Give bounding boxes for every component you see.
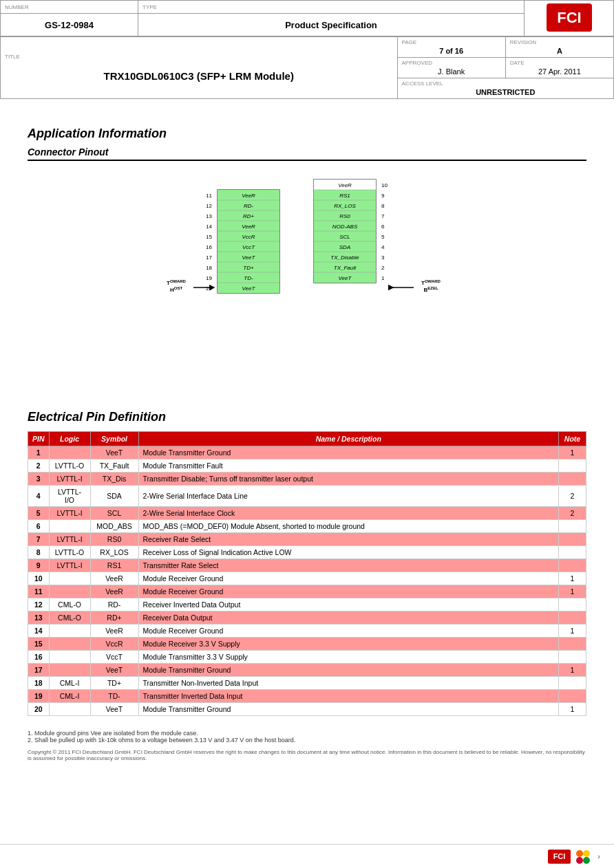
svg-text:17: 17	[206, 254, 212, 261]
th-note: Note	[559, 432, 586, 446]
svg-text:3: 3	[381, 254, 385, 261]
svg-text:TOWARD: TOWARD	[167, 279, 187, 286]
table-row: 11 VeeR Module Receiver Ground 1	[28, 585, 586, 598]
header-info-table: TITLE TRX10GDL0610C3 (SFP+ LRM Module) P…	[0, 36, 614, 99]
svg-text:20: 20	[206, 285, 212, 292]
connector-svg: TOWARD HOST TOWARD BEZEL	[135, 169, 479, 396]
doc-type: Product Specification	[285, 20, 377, 30]
access-value: UNRESTRICTED	[402, 88, 609, 96]
svg-text:4: 4	[381, 244, 385, 250]
revision-value: A	[510, 47, 609, 55]
svg-point-96	[583, 857, 590, 864]
svg-text:RS0: RS0	[339, 213, 350, 219]
revision-label: REVISION	[510, 39, 609, 45]
th-logic: Logic	[49, 432, 90, 446]
svg-text:NOD-ABS: NOD-ABS	[332, 224, 358, 230]
svg-text:VeeT: VeeT	[339, 275, 352, 281]
title-label: TITLE	[5, 54, 393, 60]
table-row: 20 VeeT Module Transmitter Ground 1	[28, 703, 586, 716]
type-label: TYPE	[142, 4, 520, 10]
table-row: 13 CML-O RD+ Receiver Data Output	[28, 611, 586, 625]
th-desc: Name / Description	[138, 432, 558, 446]
svg-text:TD-: TD-	[244, 275, 253, 281]
note-item: 2. Shall be pulled up with 1k-10k ohms t…	[28, 737, 586, 744]
footer-notes: 1. Module ground pins Vee are isolated f…	[28, 730, 586, 744]
table-row: 3 LVTTL-I TX_Dis Transmitter Disable; Tu…	[28, 473, 586, 486]
table-row: 2 LVTTL-O TX_Fault Module Transmitter Fa…	[28, 459, 586, 473]
svg-text:RS1: RS1	[339, 193, 350, 199]
svg-text:8: 8	[381, 203, 385, 209]
svg-text:VccT: VccT	[242, 244, 255, 250]
table-row: 18 CML-I TD+ Transmitter Non-Inverted Da…	[28, 677, 586, 690]
svg-text:TX_Fault: TX_Fault	[334, 265, 357, 271]
svg-point-95	[576, 857, 583, 864]
svg-text:VeeT: VeeT	[242, 254, 256, 261]
fci-logo: FCI	[545, 2, 593, 33]
page-label: PAGE	[402, 39, 501, 45]
page-value: 7 of 16	[402, 47, 501, 55]
table-row: 15 VccR Module Receiver 3.3 V Supply	[28, 638, 586, 651]
svg-text:18: 18	[206, 265, 212, 271]
svg-text:13: 13	[206, 213, 212, 219]
svg-text:BEZEL: BEZEL	[423, 286, 438, 293]
footer-fci-logo: FCI	[547, 848, 571, 865]
svg-text:11: 11	[206, 193, 212, 199]
svg-text:HOST: HOST	[170, 286, 182, 293]
svg-text:RD-: RD-	[244, 203, 254, 209]
svg-text:10: 10	[381, 182, 388, 188]
table-row: 16 VccT Module Transmitter 3.3 V Supply	[28, 651, 586, 664]
header-table: NUMBER TYPE FCI GS-12-0984 Product Speci…	[0, 0, 614, 36]
svg-text:SCL: SCL	[339, 234, 350, 240]
footer-arrow: ›	[597, 852, 600, 860]
svg-text:RX_LOS: RX_LOS	[334, 203, 356, 209]
electrical-section: Electrical Pin Definition PIN Logic Symb…	[28, 410, 586, 716]
access-label: ACCESS LEVEL	[402, 80, 609, 87]
svg-text:19: 19	[206, 275, 212, 281]
svg-text:9: 9	[381, 193, 385, 199]
svg-text:VeeR: VeeR	[242, 224, 255, 230]
subsection-title: Connector Pinout	[28, 147, 586, 161]
svg-text:VccR: VccR	[242, 234, 255, 240]
doc-title: TRX10GDL0610C3 (SFP+ LRM Module)	[104, 70, 294, 82]
svg-text:2: 2	[381, 265, 385, 271]
svg-text:6: 6	[381, 224, 385, 230]
svg-text:15: 15	[206, 234, 212, 240]
svg-text:SDA: SDA	[339, 244, 350, 250]
copyright-text: Copyright © 2011 FCI Deutschland GmbH. F…	[28, 749, 586, 761]
table-row: 14 VeeR Module Receiver Ground 1	[28, 625, 586, 638]
th-pin: PIN	[28, 432, 50, 446]
elec-section-title: Electrical Pin Definition	[28, 410, 586, 424]
approved-value: J. Blank	[402, 67, 501, 76]
svg-text:FCI: FCI	[557, 9, 581, 26]
svg-text:VeeR: VeeR	[242, 193, 255, 199]
page-footer: FCI ›	[0, 844, 614, 868]
table-row: 6 MOD_ABS MOD_ABS (=MOD_DEF0) Module Abs…	[28, 520, 586, 533]
footer-copyright: Copyright © 2011 FCI Deutschland GmbH. F…	[28, 749, 586, 761]
pin-definition-table: PIN Logic Symbol Name / Description Note…	[28, 431, 586, 716]
table-row: 9 LVTTL-I RS1 Transmitter Rate Select	[28, 559, 586, 572]
main-content: Application Information Connector Pinout…	[0, 99, 614, 775]
doc-number: GS-12-0984	[45, 20, 94, 30]
svg-text:RD+: RD+	[243, 213, 255, 219]
svg-text:TX_Disable: TX_Disable	[330, 254, 359, 261]
svg-text:VeeT: VeeT	[242, 285, 256, 292]
table-row: 1 VeeT Module Transmitter Ground 1	[28, 446, 586, 459]
section-title: Application Information	[28, 127, 586, 141]
svg-text:FCI: FCI	[553, 852, 566, 860]
note-item: 1. Module ground pins Vee are isolated f…	[28, 730, 586, 737]
svg-text:5: 5	[381, 234, 385, 240]
table-row: 19 CML-I TD- Transmitter Inverted Data I…	[28, 690, 586, 703]
svg-text:16: 16	[206, 244, 212, 250]
page-wrapper: NUMBER TYPE FCI GS-12-0984 Product Speci…	[0, 0, 614, 868]
svg-text:1: 1	[381, 275, 385, 281]
table-row: 4 LVTTL-I/O SDA 2-Wire Serial Interface …	[28, 486, 586, 507]
svg-text:14: 14	[206, 224, 212, 230]
date-value: 27 Apr. 2011	[510, 67, 609, 76]
th-symbol: Symbol	[90, 432, 138, 446]
table-row: 17 VeeT Module Transmitter Ground 1	[28, 664, 586, 677]
svg-text:7: 7	[381, 213, 385, 219]
table-row: 5 LVTTL-I SCL 2-Wire Serial Interface Cl…	[28, 507, 586, 520]
svg-text:TD+: TD+	[243, 265, 254, 271]
approved-label: APPROVED	[402, 60, 501, 66]
date-label: DATE	[510, 60, 609, 66]
